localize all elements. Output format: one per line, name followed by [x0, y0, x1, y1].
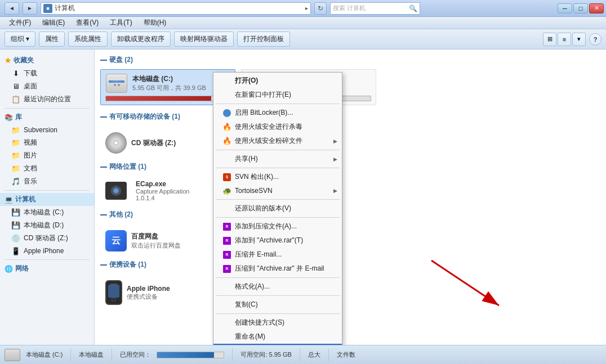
- toolbar-open-panel[interactable]: 打开控制面板: [237, 32, 290, 47]
- status-used-label: 已用空间：: [120, 350, 151, 359]
- rar-visual-4: R: [223, 265, 231, 273]
- cd-drive-info: CD 驱动器 (Z:): [131, 138, 176, 148]
- menu-edit[interactable]: 编辑(E): [38, 17, 69, 29]
- ctx-rename[interactable]: 重命名(M): [213, 330, 342, 344]
- iphone-info: Apple iPhone 便携式设备: [127, 285, 170, 301]
- ctx-shred[interactable]: 🔥 使用火绒安全粉碎文件 ▶: [213, 134, 342, 148]
- ctx-open-new-window[interactable]: 在新窗口中打开(E): [213, 88, 342, 102]
- video-icon: 📁: [11, 138, 20, 147]
- ctx-compress-email[interactable]: R 压缩并 E-mail...: [213, 248, 342, 262]
- sidebar-item-disk-d[interactable]: 💾 本地磁盘 (D:): [0, 219, 94, 232]
- view-list-btn[interactable]: ≡: [558, 33, 571, 46]
- address-text: 计算机: [55, 3, 303, 13]
- ctx-format[interactable]: 格式化(A)...: [213, 280, 342, 294]
- status-disk-label: 本地磁盘 (C:): [26, 350, 63, 359]
- ctx-bitlocker[interactable]: 启用 BitLocker(B)...: [213, 106, 342, 120]
- ctx-sep-4: [216, 199, 340, 200]
- ecap-item[interactable]: ECap.exe Capture Application 1.0.1.4: [100, 176, 600, 205]
- sidebar-computer-header[interactable]: 💻 计算机: [0, 193, 94, 206]
- sidebar-item-desktop[interactable]: 🖥 桌面: [0, 80, 94, 93]
- sidebar-item-download[interactable]: ⬇ 下载: [0, 67, 94, 80]
- search-icon[interactable]: 🔍: [409, 5, 417, 12]
- status-sep-1: [70, 349, 71, 361]
- ctx-share[interactable]: 共享(H) ▶: [213, 152, 342, 166]
- sidebar-favorites-header[interactable]: ★ 收藏夹: [0, 54, 94, 67]
- iphone-icon: [105, 280, 122, 305]
- ctx-tortoise-arrow: ▶: [333, 188, 337, 194]
- sidebar-item-music[interactable]: 🎵 音乐: [0, 175, 94, 188]
- iphone-item[interactable]: Apple iPhone 便携式设备: [100, 276, 600, 309]
- sidebar-network-header[interactable]: 🌐 网络: [0, 262, 94, 275]
- view-icon-btn[interactable]: ⊞: [543, 33, 556, 46]
- toolbar-properties[interactable]: 属性: [39, 32, 65, 47]
- ecap-version: 1.0.1.4: [136, 195, 189, 201]
- status-sep-5: [328, 349, 329, 361]
- sidebar-library-header[interactable]: 📚 库: [0, 111, 94, 124]
- refresh-button[interactable]: ↻: [314, 2, 327, 15]
- cd-drive-item[interactable]: CD 驱动器 (Z:): [100, 128, 600, 158]
- toolbar-uninstall[interactable]: 卸载或更改程序: [111, 32, 171, 47]
- forward-button[interactable]: ►: [23, 2, 37, 15]
- ctx-tortoise[interactable]: 🐢 TortoiseSVN ▶: [213, 184, 342, 197]
- ctx-open[interactable]: 打开(O): [213, 74, 342, 88]
- camera-icon: [105, 182, 127, 200]
- help-button[interactable]: ?: [589, 33, 601, 46]
- maximize-button[interactable]: □: [573, 3, 588, 14]
- sidebar-item-pictures[interactable]: 📁 图片: [0, 149, 94, 162]
- ctx-copy-icon: [222, 300, 231, 309]
- ecap-desc: Capture Application: [136, 188, 189, 195]
- close-button[interactable]: ✕: [589, 3, 604, 14]
- sidebar-item-disk-c[interactable]: 💾 本地磁盘 (C:): [0, 206, 94, 219]
- sidebar-item-documents[interactable]: 📁 文档: [0, 162, 94, 175]
- disk-c-top: 本地磁盘 (C:) 5.95 GB 可用，共 39.9 GB: [105, 73, 230, 93]
- hdd-visual: [106, 74, 127, 93]
- status-progress-fill: [157, 352, 213, 358]
- toolbar-organize[interactable]: 组织 ▾: [5, 32, 35, 47]
- minimize-button[interactable]: ─: [558, 3, 572, 14]
- status-sep-4: [300, 349, 300, 361]
- rar-visual-2: R: [223, 237, 231, 245]
- toolbar-map-drive[interactable]: 映射网络驱动器: [174, 32, 234, 47]
- hdd-dot: [114, 84, 116, 86]
- view-dropdown-btn[interactable]: ▾: [572, 33, 586, 46]
- ctx-create-shortcut[interactable]: 创建快捷方式(S): [213, 316, 342, 330]
- address-bar[interactable]: ■ 计算机 ▸: [41, 2, 311, 15]
- sidebar-item-video[interactable]: 📁 视频: [0, 136, 94, 149]
- sidebar-network-section: 🌐 网络: [0, 262, 94, 275]
- cd-drive-icon: [105, 132, 127, 154]
- menu-tools[interactable]: 工具(T): [105, 17, 136, 29]
- bitlocker-visual: [223, 109, 231, 117]
- ctx-copy[interactable]: 复制(C): [213, 298, 342, 312]
- back-button[interactable]: ◄: [5, 2, 19, 15]
- address-icon: ■: [43, 4, 52, 13]
- ctx-fire-icon-2: 🔥: [222, 137, 231, 146]
- disk-c-name: 本地磁盘 (C:): [132, 74, 206, 84]
- ctx-compress-rar-email[interactable]: R 压缩到 "Archive.rar" 并 E-mail: [213, 262, 342, 276]
- sidebar-item-cd-drive[interactable]: 💿 CD 驱动器 (Z:): [0, 232, 94, 245]
- status-drive-type: 本地磁盘: [79, 350, 104, 359]
- favorites-star-icon: ★: [5, 56, 11, 65]
- status-disk-visual: [5, 349, 20, 361]
- sidebar-computer-section: 💻 计算机 💾 本地磁盘 (C:) 💾 本地磁盘 (D:) 💿 CD 驱动器 (…: [0, 193, 94, 257]
- menu-view[interactable]: 查看(V): [72, 17, 103, 29]
- baidu-item[interactable]: 云 百度网盘 双击运行百度网盘: [100, 226, 600, 255]
- ctx-rename-icon: [222, 332, 231, 341]
- hdd-stripe: [109, 80, 124, 83]
- sidebar-library-section: 📚 库 📁 Subversion 📁 视频 📁 图片 📁 文档 🎵 音乐: [0, 111, 94, 188]
- search-bar[interactable]: 搜索 计算机 🔍: [330, 2, 420, 15]
- sidebar-item-iphone[interactable]: 📱 Apple iPhone: [0, 245, 94, 257]
- ctx-properties[interactable]: 属性(R): [213, 344, 342, 345]
- toolbar-system-props[interactable]: 系统属性: [68, 32, 108, 47]
- ctx-add-archive[interactable]: R 添加到压缩文件(A)...: [213, 219, 342, 233]
- address-dropdown-arrow[interactable]: ▸: [305, 5, 308, 11]
- ctx-svn[interactable]: S SVN 检出(K)...: [213, 170, 342, 184]
- ctx-antivirus[interactable]: 🔥 使用火绒安全进行杀毒: [213, 120, 342, 134]
- sidebar-item-subversion[interactable]: 📁 Subversion: [0, 124, 94, 136]
- sidebar-item-recent[interactable]: 📋 最近访问的位置: [0, 93, 94, 106]
- ctx-add-archive-rar[interactable]: R 添加到 "Archive.rar"(T): [213, 233, 342, 248]
- ctx-restore[interactable]: 还原以前的版本(V): [213, 201, 342, 215]
- content-panel: 硬盘 (2) 本地磁盘 (C:): [95, 50, 606, 345]
- ctx-sep-6: [216, 277, 340, 278]
- menu-help[interactable]: 帮助(H): [139, 17, 171, 29]
- menu-file[interactable]: 文件(F): [5, 17, 35, 29]
